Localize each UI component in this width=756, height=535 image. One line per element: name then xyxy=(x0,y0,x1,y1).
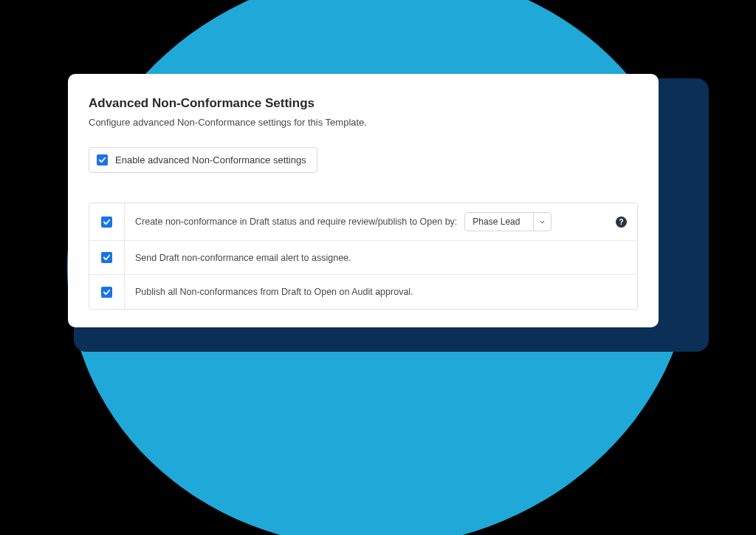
settings-card: Advanced Non-Conformance Settings Config… xyxy=(68,74,659,327)
page-title: Advanced Non-Conformance Settings xyxy=(89,96,638,111)
row-check-cell xyxy=(100,241,125,274)
row-content: Create non-conformance in Draft status a… xyxy=(125,212,627,231)
setting-row-publish-on-approval: Publish all Non-conformances from Draft … xyxy=(89,275,637,309)
setting-label: Send Draft non-conformance email alert t… xyxy=(135,253,351,263)
checkbox-icon[interactable] xyxy=(101,287,112,298)
enable-label: Enable advanced Non-Conformance settings xyxy=(115,154,306,166)
dropdown-value: Phase Lead xyxy=(465,217,533,227)
checkbox-icon[interactable] xyxy=(101,217,112,228)
row-check-cell xyxy=(100,275,125,309)
checkbox-icon[interactable] xyxy=(97,154,108,166)
row-content: Publish all Non-conformances from Draft … xyxy=(125,287,627,297)
setting-label: Publish all Non-conformances from Draft … xyxy=(135,287,413,297)
setting-row-email-alert: Send Draft non-conformance email alert t… xyxy=(89,241,637,275)
setting-label: Create non-conformance in Draft status a… xyxy=(135,217,457,227)
reviewer-dropdown[interactable]: Phase Lead xyxy=(464,212,551,231)
settings-table: Create non-conformance in Draft status a… xyxy=(89,202,638,310)
page-subtitle: Configure advanced Non-Conformance setti… xyxy=(89,117,638,128)
row-check-cell xyxy=(100,203,125,240)
enable-settings-toggle[interactable]: Enable advanced Non-Conformance settings xyxy=(89,147,317,173)
setting-row-draft-review: Create non-conformance in Draft status a… xyxy=(89,203,637,241)
checkbox-icon[interactable] xyxy=(101,252,112,263)
chevron-down-icon xyxy=(533,213,551,231)
row-content: Send Draft non-conformance email alert t… xyxy=(125,253,627,263)
help-icon[interactable]: ? xyxy=(616,217,627,228)
